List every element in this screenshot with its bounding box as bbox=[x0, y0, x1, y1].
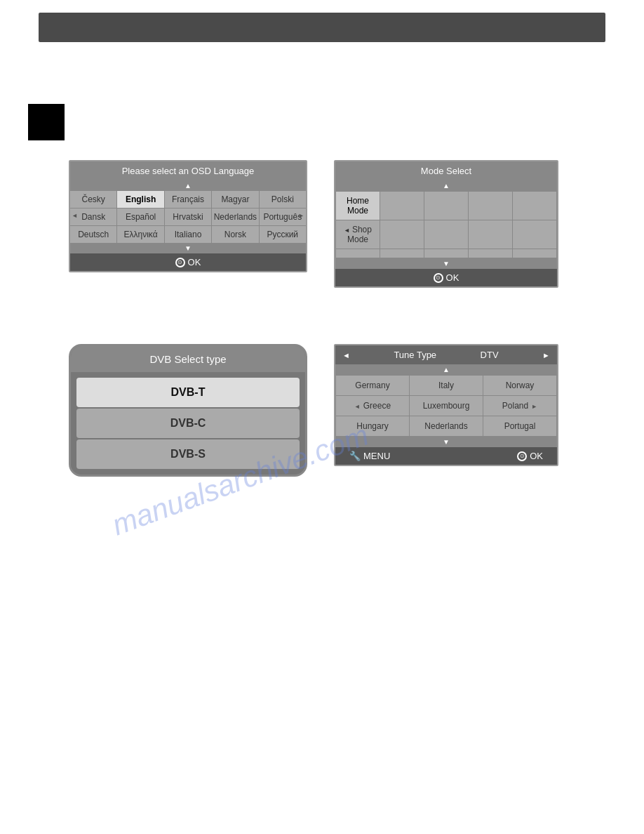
tune-menu-item[interactable]: 🔧 MENU bbox=[349, 451, 390, 461]
mode-cell-r3c5 bbox=[513, 249, 556, 258]
mode-cell-r3c2 bbox=[380, 249, 424, 258]
tune-cell-nederlands[interactable]: Nederlands bbox=[410, 416, 483, 436]
tune-cell-poland[interactable]: Poland bbox=[483, 396, 556, 416]
top-header-bar bbox=[39, 13, 605, 42]
mode-select-dialog: Mode Select ▲ Home Mode Shop Mode ▼ bbox=[334, 160, 558, 288]
mode-cell-r1c2 bbox=[380, 192, 424, 220]
osd-dialog-title: Please select an OSD Language bbox=[70, 161, 306, 180]
osd-cell-polski[interactable]: Polski bbox=[260, 191, 306, 208]
dvb-option-dvbs[interactable]: DVB-S bbox=[76, 439, 300, 469]
osd-cell-hrvatski[interactable]: Hrvatski bbox=[165, 208, 211, 225]
tune-cell-germany[interactable]: Germany bbox=[336, 376, 409, 395]
mode-row-3 bbox=[336, 249, 556, 258]
dvb-option-dvbt[interactable]: DVB-T bbox=[76, 378, 300, 407]
mode-cell-r3c1 bbox=[336, 249, 380, 258]
mode-ok-circle-icon: ⊙ bbox=[434, 273, 443, 283]
tune-right-arrow-btn[interactable]: ► bbox=[542, 351, 550, 359]
osd-cell-greek[interactable]: Ελληνικά bbox=[117, 226, 163, 243]
tune-header-title: Tune Type bbox=[394, 350, 436, 360]
mode-cell-r2c5 bbox=[513, 220, 556, 249]
tune-country-grid: Germany Italy Norway Greece Luxembourg P… bbox=[335, 375, 557, 437]
tune-cell-italy[interactable]: Italy bbox=[410, 376, 483, 395]
ok-circle-icon: ⊙ bbox=[175, 258, 185, 267]
tune-down-arrow: ▼ bbox=[335, 437, 557, 447]
mode-cell-homemode[interactable]: Home Mode bbox=[336, 192, 380, 220]
mode-cell-r2c4 bbox=[469, 220, 512, 249]
osd-cell-english[interactable]: English bbox=[117, 191, 163, 208]
osd-ok-label: OK bbox=[188, 257, 201, 267]
osd-cell-cesky[interactable]: Česky bbox=[70, 191, 116, 208]
osd-language-dialog: Please select an OSD Language ▲ Česky En… bbox=[69, 160, 307, 272]
osd-cell-russian[interactable]: Русский bbox=[260, 226, 306, 243]
tune-up-arrow: ▲ bbox=[335, 364, 557, 375]
mode-down-arrow: ▼ bbox=[335, 258, 557, 269]
mode-cell-r2c3 bbox=[424, 220, 468, 249]
tune-ok-label: OK bbox=[530, 451, 543, 461]
osd-cell-deutsch[interactable]: Deutsch bbox=[70, 226, 116, 243]
mode-cell-r3c3 bbox=[424, 249, 468, 258]
mode-row-2: Shop Mode bbox=[336, 220, 556, 249]
mode-cell-r3c4 bbox=[469, 249, 512, 258]
mode-up-arrow: ▲ bbox=[335, 180, 557, 191]
mode-ok-bar[interactable]: ⊙ OK bbox=[335, 269, 557, 286]
tune-left-arrow-btn[interactable]: ◄ bbox=[342, 351, 350, 359]
osd-cell-italiano[interactable]: Italiano bbox=[165, 226, 211, 243]
tune-header: ◄ Tune Type DTV ► bbox=[335, 345, 557, 364]
mode-cell-r2c2 bbox=[380, 220, 424, 249]
tune-type-dialog: ◄ Tune Type DTV ► ▲ Germany Italy Norway… bbox=[334, 344, 558, 466]
page-number-indicator bbox=[28, 104, 65, 140]
dvb-dialog-title: DVB Select type bbox=[71, 346, 305, 372]
tune-ok-circle-icon: ⊙ bbox=[517, 451, 527, 461]
osd-cell-magyar[interactable]: Magyar bbox=[212, 191, 258, 208]
tune-ok-item[interactable]: ⊙ OK bbox=[517, 451, 543, 461]
dvb-option-dvbc[interactable]: DVB-C bbox=[76, 409, 300, 438]
osd-down-arrow: ▼ bbox=[70, 243, 306, 253]
osd-cell-nederlands[interactable]: Nederlands bbox=[212, 208, 258, 225]
mode-cell-r1c4 bbox=[469, 192, 512, 220]
osd-cell-portugues[interactable]: Português bbox=[260, 208, 306, 225]
osd-cell-francais[interactable]: Français bbox=[165, 191, 211, 208]
tune-footer: 🔧 MENU ⊙ OK bbox=[335, 447, 557, 465]
tune-cell-luxembourg[interactable]: Luxembourg bbox=[410, 396, 483, 416]
tune-cell-norway[interactable]: Norway bbox=[483, 376, 556, 395]
mode-dialog-title: Mode Select bbox=[335, 161, 557, 180]
tune-cell-greece[interactable]: Greece bbox=[336, 396, 409, 416]
mode-cell-r1c3 bbox=[424, 192, 468, 220]
osd-cell-norsk[interactable]: Norsk bbox=[212, 226, 258, 243]
mode-cell-shopmode[interactable]: Shop Mode bbox=[336, 220, 380, 249]
mode-ok-label: OK bbox=[446, 272, 459, 283]
mode-row-1: Home Mode bbox=[336, 192, 556, 220]
osd-cell-dansk[interactable]: Dansk bbox=[70, 208, 116, 225]
tune-cell-portugal[interactable]: Portugal bbox=[483, 416, 556, 436]
tune-cell-hungary[interactable]: Hungary bbox=[336, 416, 409, 436]
osd-cell-espanol[interactable]: Español bbox=[117, 208, 163, 225]
osd-language-grid: Česky English Français Magyar Polski Dan… bbox=[70, 191, 306, 243]
mode-cell-r1c5 bbox=[513, 192, 556, 220]
tune-menu-label: MENU bbox=[363, 451, 390, 461]
dvb-select-dialog: DVB Select type DVB-T DVB-C DVB-S bbox=[69, 344, 307, 477]
dvb-options-list: DVB-T DVB-C DVB-S bbox=[71, 372, 305, 475]
osd-ok-bar[interactable]: ⊙ OK bbox=[70, 253, 306, 271]
tune-header-right-label: DTV bbox=[481, 350, 499, 360]
tune-menu-icon: 🔧 bbox=[349, 451, 361, 461]
osd-up-arrow: ▲ bbox=[70, 180, 306, 191]
mode-rows-container: Home Mode Shop Mode bbox=[335, 191, 557, 258]
